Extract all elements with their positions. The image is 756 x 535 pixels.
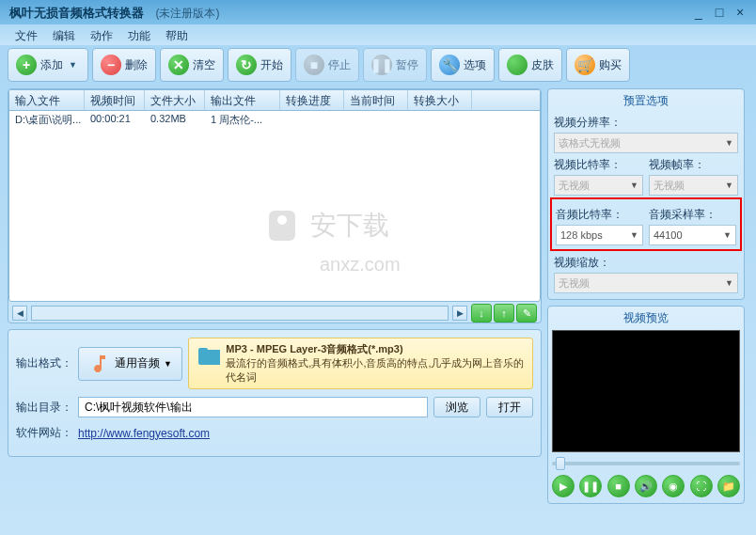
chevron-down-icon: ▼ <box>725 278 733 288</box>
stop-play-button[interactable]: ■ <box>607 475 630 497</box>
chevron-down-icon: ▼ <box>725 138 733 148</box>
folder-icon <box>197 342 220 369</box>
clear-button[interactable]: ✕ 清空 <box>160 48 224 82</box>
preview-title: 视频预览 <box>552 308 740 328</box>
format-description: MP3 - MPEG Layer-3音频格式(*.mp3) 最流行的音频格式,具… <box>188 338 533 389</box>
video-zoom-select[interactable]: 无视频▼ <box>554 273 738 293</box>
clear-icon: ✕ <box>168 55 189 75</box>
th-curtime[interactable]: 当前时间 <box>344 90 408 110</box>
video-res-label: 视频分辨率： <box>554 115 738 131</box>
app-title: 枫叶无损音频格式转换器 <box>9 6 144 20</box>
pause-play-button[interactable]: ❚❚ <box>579 475 602 497</box>
move-down-button[interactable]: ↓ <box>471 304 492 323</box>
video-zoom-label: 视频缩放： <box>554 255 738 271</box>
buy-button[interactable]: 🛒 购买 <box>566 48 630 82</box>
start-button[interactable]: ↻ 开始 <box>228 48 291 82</box>
site-link[interactable]: http://www.fengyesoft.com <box>78 427 210 440</box>
maximize-button[interactable]: □ <box>713 6 726 19</box>
table-row[interactable]: D:\桌面\说明... 00:00:21 0.32MB 1 周杰伦-... <box>9 111 540 128</box>
video-preview <box>552 330 740 452</box>
menu-function[interactable]: 功能 <box>122 26 156 43</box>
open-button[interactable]: 打开 <box>486 397 533 417</box>
scroll-left-button[interactable]: ◀ <box>12 306 27 321</box>
menu-action[interactable]: 动作 <box>85 26 118 43</box>
play-button[interactable]: ▶ <box>552 475 575 497</box>
audio-bitrate-select[interactable]: 128 kbps▼ <box>556 225 643 245</box>
add-button[interactable]: + 添加 ▼ <box>8 48 88 82</box>
edit-button[interactable]: ✎ <box>516 304 537 323</box>
svg-rect-1 <box>198 348 208 354</box>
video-bitrate-select[interactable]: 无视频▼ <box>554 175 643 196</box>
th-input[interactable]: 输入文件 <box>9 90 85 110</box>
highlight-box: 音频比特率： 128 kbps▼ 音频采样率： 44100▼ <box>550 197 742 251</box>
audio-bitrate-label: 音频比特率： <box>556 207 643 223</box>
output-dir-label: 输出目录： <box>16 400 72 416</box>
close-button[interactable]: × <box>733 6 747 19</box>
delete-button[interactable]: − 删除 <box>92 48 156 82</box>
th-progress[interactable]: 转换进度 <box>280 90 344 110</box>
th-time[interactable]: 视频时间 <box>85 90 145 110</box>
file-table: 输入文件 视频时间 文件大小 输出文件 转换进度 当前时间 转换大小 D:\桌面… <box>8 89 541 302</box>
wrench-icon: 🔧 <box>439 55 460 75</box>
chevron-down-icon: ▼ <box>164 359 172 369</box>
chevron-down-icon: ▼ <box>725 181 733 190</box>
stop-button[interactable]: ■ 停止 <box>295 48 359 82</box>
chevron-down-icon: ▼ <box>630 230 638 240</box>
app-subtitle: (未注册版本) <box>155 7 219 20</box>
slider-thumb[interactable] <box>556 457 565 470</box>
pause-icon: ❚❚ <box>371 55 392 75</box>
minus-icon: − <box>101 55 121 75</box>
refresh-icon: ↻ <box>236 55 257 75</box>
cart-icon: 🛒 <box>575 55 595 75</box>
preset-title: 预置选项 <box>554 91 738 111</box>
output-dir-input[interactable] <box>78 397 428 417</box>
preset-panel: 预置选项 视频分辨率： 该格式无视频▼ 视频比特率： 无视频▼ <box>547 88 745 300</box>
video-fps-label: 视频帧率： <box>649 157 738 173</box>
options-button[interactable]: 🔧 选项 <box>431 48 495 82</box>
audio-sample-select[interactable]: 44100▼ <box>649 225 736 245</box>
stop-icon: ■ <box>304 55 324 75</box>
scroll-track[interactable] <box>31 306 449 321</box>
apple-icon <box>507 55 528 75</box>
menu-help[interactable]: 帮助 <box>160 26 194 43</box>
move-up-button[interactable]: ↑ <box>494 304 514 323</box>
toolbar: + 添加 ▼ − 删除 ✕ 清空 ↻ 开始 ■ 停止 ❚❚ 暂停 🔧 选项 <box>0 45 756 85</box>
music-note-icon <box>88 353 111 375</box>
output-format-label: 输出格式： <box>16 355 72 371</box>
output-panel: 输出格式： 通用音频 ▼ MP3 - MPEG Layer-3音频格式(*.mp… <box>8 329 542 457</box>
menu-bar: 文件 编辑 动作 功能 帮助 <box>0 24 756 45</box>
scroll-right-button[interactable]: ▶ <box>452 306 467 321</box>
audio-sample-label: 音频采样率： <box>649 207 736 223</box>
pause-button[interactable]: ❚❚ 暂停 <box>363 48 427 82</box>
volume-button[interactable]: 🔊 <box>635 475 657 497</box>
folder-button[interactable]: 📁 <box>717 475 740 497</box>
site-label: 软件网站： <box>16 425 72 441</box>
menu-file[interactable]: 文件 <box>9 26 43 43</box>
preview-panel: 视频预览 ▶ ❚❚ ■ 🔊 ◉ ⛶ 📁 <box>547 306 745 504</box>
video-res-select[interactable]: 该格式无视频▼ <box>554 133 738 153</box>
time-slider[interactable] <box>552 458 740 469</box>
fullscreen-button[interactable]: ⛶ <box>690 475 713 497</box>
chevron-down-icon[interactable]: ▼ <box>69 60 80 70</box>
chevron-down-icon: ▼ <box>723 230 732 240</box>
snapshot-button[interactable]: ◉ <box>662 475 685 497</box>
title-bar: 枫叶无损音频格式转换器 (未注册版本) _ □ × <box>0 0 756 24</box>
skin-button[interactable]: 皮肤 <box>498 48 562 82</box>
th-output[interactable]: 输出文件 <box>205 90 280 110</box>
th-convsize[interactable]: 转换大小 <box>408 90 472 110</box>
th-size[interactable]: 文件大小 <box>145 90 205 110</box>
menu-edit[interactable]: 编辑 <box>47 26 81 43</box>
chevron-down-icon: ▼ <box>630 181 638 190</box>
video-fps-select[interactable]: 无视频▼ <box>649 175 738 196</box>
plus-icon: + <box>16 55 37 75</box>
output-format-button[interactable]: 通用音频 ▼ <box>78 347 182 381</box>
browse-button[interactable]: 浏览 <box>433 397 480 417</box>
video-bitrate-label: 视频比特率： <box>554 157 643 173</box>
minimize-button[interactable]: _ <box>692 6 705 19</box>
